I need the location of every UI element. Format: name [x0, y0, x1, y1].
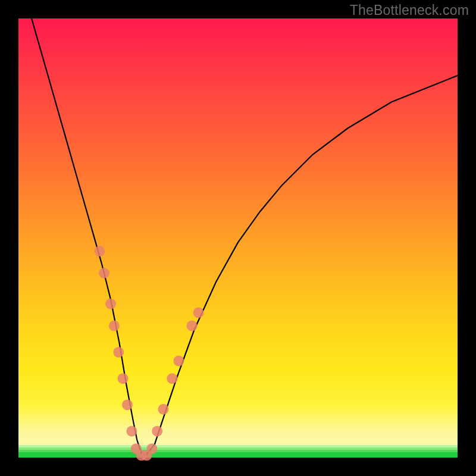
- curve-marker: [158, 404, 169, 415]
- chart-frame: TheBottleneck.com: [0, 0, 476, 476]
- curve-marker: [187, 321, 198, 331]
- bottleneck-curve: [32, 18, 458, 455]
- curve-marker: [193, 308, 204, 318]
- curve-marker: [173, 356, 184, 367]
- curve-marker: [152, 426, 162, 437]
- curve-marker: [95, 246, 105, 256]
- curve-markers: [95, 246, 204, 461]
- watermark-text: TheBottleneck.com: [350, 2, 469, 18]
- curve-marker: [118, 373, 129, 384]
- curve-marker: [146, 443, 157, 454]
- chart-svg: [18, 18, 458, 458]
- curve-marker: [109, 321, 120, 331]
- curve-marker: [99, 268, 109, 278]
- curve-marker: [113, 347, 124, 358]
- curve-marker: [122, 399, 133, 410]
- curve-marker: [105, 299, 116, 309]
- curve-marker: [126, 426, 137, 437]
- curve-marker: [167, 373, 177, 384]
